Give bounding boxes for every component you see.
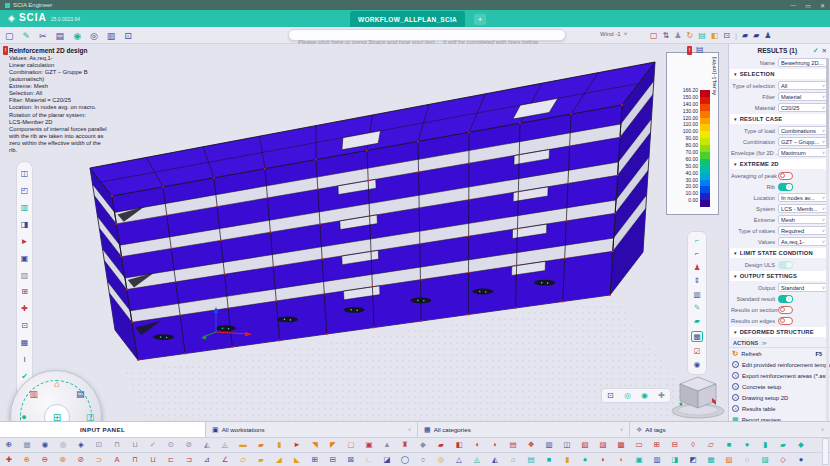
checklist-icon[interactable]: ☑ [694,348,701,356]
input-icon[interactable]: ✓ [144,441,162,449]
input-icon[interactable]: ⊓ [126,456,144,464]
toggle-results-on-sections[interactable] [778,306,793,314]
search-document-icon[interactable]: ⊡ [124,32,132,41]
input-icon[interactable]: ⊔ [126,441,144,449]
input-icon[interactable]: ▨ [756,456,774,464]
table-icon[interactable]: ▦ [21,339,29,347]
input-icon[interactable]: ● [576,456,594,464]
flag-icon[interactable]: ▰ [694,317,700,325]
toggle-averaging-of-peak[interactable] [778,172,793,180]
input-icon[interactable]: ⊕ [18,456,36,464]
wheel-item-icon[interactable]: ▥ [26,386,42,402]
input-icon[interactable]: ⊔ [144,456,162,464]
hatch-icon[interactable]: ▨ [21,272,29,280]
input-icon[interactable]: ◯ [396,456,414,464]
field-extreme[interactable]: Mesh˅ [778,215,828,224]
input-panel-tab[interactable]: INPUT PANEL [0,422,205,437]
input-icon[interactable]: ⊡ [90,441,108,449]
navigation-cube[interactable] [668,374,726,421]
input-icon[interactable]: ▦ [18,441,36,449]
database-icon[interactable]: ▥ [693,291,700,299]
visibility-icon[interactable]: ◉ [694,361,701,369]
paste-protect-icon[interactable]: ▤ [698,32,706,40]
input-icon[interactable]: ▨ [594,441,612,449]
toggle-design-uls[interactable] [778,261,793,269]
zoom-all-icon[interactable]: ◎ [624,392,631,400]
action-edit-provided-reinforcement-template[interactable]: ›Edit provided reinforcement template [729,359,830,370]
input-icon[interactable]: A [108,456,126,464]
input-icon[interactable]: ▤ [504,441,522,449]
viewer-icon[interactable]: ◉ [73,32,81,41]
panel-scrollbar[interactable] [826,58,829,434]
input-icon[interactable]: ◫ [558,441,576,449]
input-icon[interactable]: ◇ [774,456,792,464]
input-icon[interactable]: ▰ [774,441,792,449]
move-icon[interactable]: ◰ [21,187,29,195]
input-icon[interactable]: ◥ [306,441,324,449]
input-icon[interactable]: ▰ [252,456,270,464]
input-icon[interactable]: ▬ [234,441,252,449]
wheel-item-icon[interactable]: ⌂ [49,376,65,392]
input-icon[interactable]: ⊙ [162,441,180,449]
stretch-icon[interactable]: ⇕ [694,277,700,285]
input-icon[interactable]: ▣ [360,441,378,449]
grid-icon[interactable]: ⊞ [21,288,28,296]
input-icon[interactable]: ⊘ [72,456,90,464]
input-icon[interactable]: ▧ [720,456,738,464]
minimize-button[interactable]: — [790,2,796,9]
input-icon[interactable]: ● [792,456,810,464]
print-result-icon[interactable]: ▤ [696,45,704,54]
input-icon[interactable]: ◤ [324,441,342,449]
action-refresh[interactable]: ↻RefreshF5 [729,348,830,359]
input-icon[interactable]: ■ [720,441,738,449]
input-icon[interactable]: ▧ [576,441,594,449]
new-document-icon[interactable]: ▢ [5,32,14,41]
input-icon[interactable]: ⊞ [648,441,666,449]
input-icon[interactable]: ▣ [630,456,648,464]
tags-dropdown[interactable]: ❖ All tags ˅ [629,422,830,437]
close-panel-icon[interactable]: ✕ [822,47,827,55]
input-icon[interactable]: ◭ [198,441,216,449]
pin-panel-icon[interactable]: ✓ [813,47,819,55]
input-icon[interactable]: ⊐ [180,456,198,464]
box-select-icon[interactable]: ▣ [21,255,29,263]
input-icon[interactable]: ▮ [270,441,288,449]
wheel-item-icon[interactable]: ◫ [82,409,98,421]
input-icon[interactable]: ✚ [0,456,18,464]
section-box-icon[interactable]: ▢ [650,32,658,40]
field-filter[interactable]: Material˅ [778,92,828,101]
maximize-button[interactable]: ▭ [805,2,811,9]
lock-icon[interactable]: ◧ [711,32,719,40]
input-icon[interactable]: ▲ [378,441,396,449]
input-icon[interactable]: ▭ [630,441,648,449]
input-icon[interactable]: ► [288,441,306,449]
input-icon[interactable]: ⊟ [324,456,342,464]
add-node-icon[interactable]: ✚ [21,305,28,313]
icon-rows-scrollbar[interactable] [822,438,829,465]
field-output[interactable]: Standard˅ [778,283,828,292]
package-icon[interactable]: ▥ [107,32,116,41]
input-icon[interactable]: ◌ [738,456,756,464]
visibility-icon[interactable]: ◎ [90,32,98,41]
new-tab-button[interactable]: + [474,14,486,25]
input-icon[interactable]: ◪ [378,456,396,464]
zoom-box-icon[interactable]: ⊡ [21,322,28,330]
zoom-window-icon[interactable]: ⊡ [607,392,614,400]
input-icon[interactable]: ⊟ [666,441,684,449]
input-icon[interactable]: ◆ [414,441,432,449]
user-icon[interactable]: ♟ [674,32,681,40]
field-name[interactable]: Bewehrung 2D... [778,58,828,67]
tools-icon[interactable]: ✂ [39,32,47,41]
input-icon[interactable]: ▱ [702,441,720,449]
input-icon[interactable]: ● [738,441,756,449]
edit-document-icon[interactable]: ✎ [23,32,31,41]
view-visibility-icon[interactable]: ◉ [641,392,648,400]
categories-dropdown[interactable]: ▦ All categories ˅ [417,422,629,437]
input-icon[interactable]: ◨ [666,456,684,464]
field-combination[interactable]: GZT – Grupp...˅ [778,137,828,146]
input-icon[interactable]: ▦ [702,456,720,464]
input-icon[interactable]: ◎ [54,441,72,449]
input-icon[interactable]: ◗ [486,441,504,449]
field-values[interactable]: As,req,1-˅ [778,237,828,246]
language-flag-icon[interactable]: ▰ [742,32,748,40]
